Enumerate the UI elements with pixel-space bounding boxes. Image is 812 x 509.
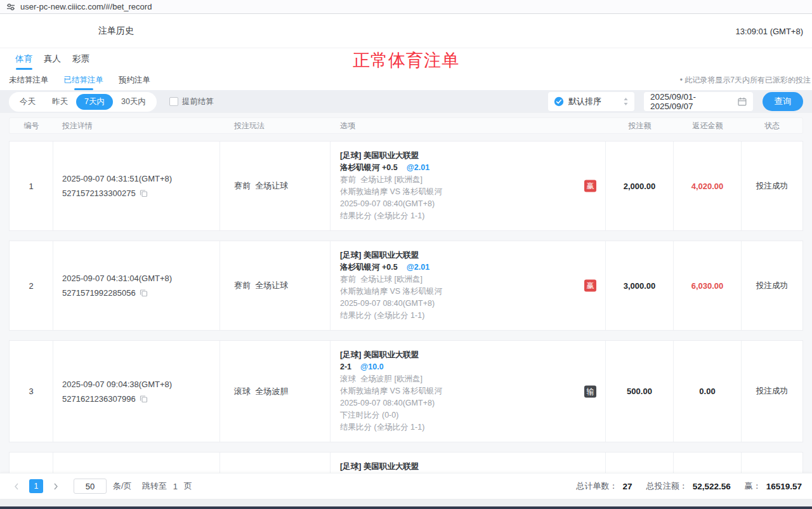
return-amount: 6,030.00	[674, 241, 742, 330]
total-count-label: 总计单数：	[577, 480, 618, 492]
total-bet-label: 总投注额：	[646, 480, 688, 492]
total-count-value: 27	[623, 482, 632, 491]
range-7days-button[interactable]: 7天内	[76, 94, 113, 110]
order-id: 5271572133300275	[62, 186, 136, 201]
option-league: [足球] 美国职业大联盟	[340, 461, 419, 473]
check-circle-icon	[554, 96, 564, 107]
subtab-unsettled[interactable]: 未结算注单	[9, 75, 49, 86]
option-detail-line: 休斯敦迪纳摩 VS 洛杉矶银河	[340, 286, 442, 298]
row-number: 2	[10, 241, 53, 330]
option-selection: 洛杉矶银河 +0.5	[340, 263, 398, 272]
jump-page-number: 1	[173, 482, 178, 491]
copy-icon[interactable]	[140, 289, 148, 297]
bet-table-section: 编号 投注详情 投注玩法 选项 投注额 返还金额 状态 1 2025-09-07…	[0, 113, 812, 473]
play-type: 赛前 全场让球	[220, 241, 331, 330]
next-page-button[interactable]	[49, 479, 62, 493]
date-range-group: 今天 昨天 7天内 30天内	[9, 92, 157, 112]
sort-label: 默认排序	[568, 96, 601, 107]
pagination-footer: 1 条/页 跳转至 1 页 总计单数： 27 总投注额： 52,522.56 赢…	[0, 473, 812, 499]
early-settle-checkbox[interactable]	[169, 97, 178, 106]
option-cell: [足球] 美国职业大联盟 洛杉矶银河 +0.5@2.01 赛前 全场让球 [欧洲…	[331, 241, 606, 330]
table-row: 3 2025-09-07 09:04:38(GMT+8) 52716212363…	[9, 340, 803, 442]
site-settings-icon[interactable]	[6, 3, 15, 11]
col-bet-amount: 投注额	[606, 121, 674, 131]
return-amount: 0.00	[674, 453, 742, 473]
bet-amount: 500.00	[606, 453, 674, 473]
page-size-input[interactable]	[74, 479, 107, 494]
result-badge: 输	[584, 385, 596, 397]
option-odds: @10.0	[360, 362, 384, 371]
subtab-reserved[interactable]: 预约注单	[119, 75, 150, 86]
row-number: 1	[10, 142, 53, 230]
tab-lottery[interactable]: 彩票	[72, 53, 89, 65]
tab-live[interactable]: 真人	[44, 53, 61, 65]
early-settle-option[interactable]: 提前结算	[169, 96, 214, 107]
range-30days-button[interactable]: 30天内	[113, 94, 154, 110]
sort-select[interactable]: 默认排序	[548, 92, 634, 111]
option-cell: [足球] 美国职业大联盟 2-1@10.0 滚球 全场波胆 [欧洲盘]休斯敦迪纳…	[331, 341, 606, 442]
bet-time: 2025-09-07 04:31:51(GMT+8)	[62, 171, 172, 186]
overlay-title: 正常体育注单	[353, 49, 459, 72]
tab-sports[interactable]: 体育	[15, 53, 32, 65]
option-detail-line: 2025-09-07 08:40(GMT+8)	[340, 198, 442, 210]
summary-totals: 总计单数： 27 总投注额： 52,522.56 赢： 16519.57	[577, 480, 802, 492]
sort-caret-icon	[623, 97, 629, 106]
order-id-line: 5271621236307996	[62, 392, 148, 406]
active-tab-underline	[16, 68, 32, 70]
date-range-text: 2025/09/01-2025/09/07	[650, 92, 738, 111]
order-id: 5271571992285056	[62, 286, 136, 300]
order-id-line: 5271571992285056	[62, 286, 148, 300]
subtab-settled[interactable]: 已结算注单	[64, 75, 104, 86]
option-selection-line: 洛杉矶银河 +0.5@2.01	[340, 261, 429, 274]
option-detail-line: 结果比分 (全场比分 1-1)	[340, 310, 442, 322]
filter-bar: 今天 昨天 7天内 30天内 提前结算 默认排序 2025/09/01-2025…	[0, 90, 812, 113]
page-1-button[interactable]: 1	[29, 479, 43, 493]
option-detail-line: 赛前 全场让球 [欧洲盘]	[340, 174, 442, 186]
browser-bar: user-pc-new.ciiicc.com/#/bet_record	[0, 0, 812, 14]
calendar-icon	[738, 97, 747, 106]
table-row: 2 2025-09-07 04:31:04(GMT+8) 52715719922…	[9, 241, 803, 331]
page-title: 注单历史	[98, 25, 134, 37]
per-page-label: 条/页	[113, 480, 132, 492]
bet-detail-cell: 2025-09-07 04:31:51(GMT+8) 5271572133300…	[53, 142, 220, 230]
order-id-line: 5271572133300275	[62, 186, 148, 201]
option-detail-line: 2025-09-07 08:40(GMT+8)	[340, 397, 442, 409]
range-yesterday-button[interactable]: 昨天	[44, 94, 76, 110]
option-detail-line: 下注时比分 (0-0)	[340, 409, 442, 421]
range-today-button[interactable]: 今天	[11, 94, 44, 110]
option-detail-line: 结果比分 (全场比分 1-1)	[340, 210, 442, 222]
clock-time: 13:09:01 (GMT+8)	[735, 26, 803, 36]
option-league: [足球] 美国职业大联盟	[340, 150, 419, 162]
bottom-strip	[0, 499, 812, 506]
active-subtab-underline	[74, 88, 93, 90]
option-detail-line: 滚球 全场波胆 [欧洲盘]	[340, 373, 442, 385]
early-settle-label[interactable]: 提前结算	[182, 96, 214, 107]
order-id: 5271621236307996	[62, 392, 136, 406]
bet-detail-cell: 2025-09-07 09:04:36(GMT+8)	[53, 453, 220, 473]
prev-page-button[interactable]	[10, 479, 23, 493]
jump-group: 跳转至 1 页	[142, 480, 192, 492]
filter-right-group: 默认排序 2025/09/01-2025/09/07 查询	[548, 92, 803, 111]
option-details: 赛前 全场让球 [欧洲盘]休斯敦迪纳摩 VS 洛杉矶银河2025-09-07 0…	[340, 274, 442, 322]
search-button[interactable]: 查询	[763, 92, 803, 111]
subtab-reserved-label: 预约注单	[119, 76, 150, 84]
option-selection-line: 洛杉矶银河 +0.5@2.01	[340, 162, 429, 174]
option-league: [足球] 美国职业大联盟	[340, 249, 419, 261]
play-type: 赛前 全场让球	[220, 142, 331, 230]
bet-amount: 3,000.00	[606, 241, 674, 330]
bet-detail-cell: 2025-09-07 09:04:38(GMT+8) 5271621236307…	[53, 341, 220, 442]
url-text[interactable]: user-pc-new.ciiicc.com/#/bet_record	[20, 2, 152, 11]
row-number: 3	[10, 341, 53, 442]
col-return-amount: 返还金额	[674, 121, 742, 131]
option-details: 赛前 全场让球 [欧洲盘]休斯敦迪纳摩 VS 洛杉矶银河2025-09-07 0…	[340, 174, 442, 222]
option-detail-line: 2025-09-07 08:40(GMT+8)	[340, 298, 442, 310]
option-league: [足球] 美国职业大联盟	[340, 349, 419, 361]
option-odds: @2.01	[407, 263, 430, 272]
copy-icon[interactable]	[140, 189, 148, 197]
date-range-input[interactable]: 2025/09/01-2025/09/07	[644, 92, 753, 111]
col-status: 状态	[742, 121, 802, 131]
result-badge: 赢	[584, 280, 596, 292]
col-play-type: 投注玩法	[220, 121, 331, 131]
copy-icon[interactable]	[140, 395, 148, 403]
play-type: 滚球 全场波胆	[220, 341, 331, 442]
